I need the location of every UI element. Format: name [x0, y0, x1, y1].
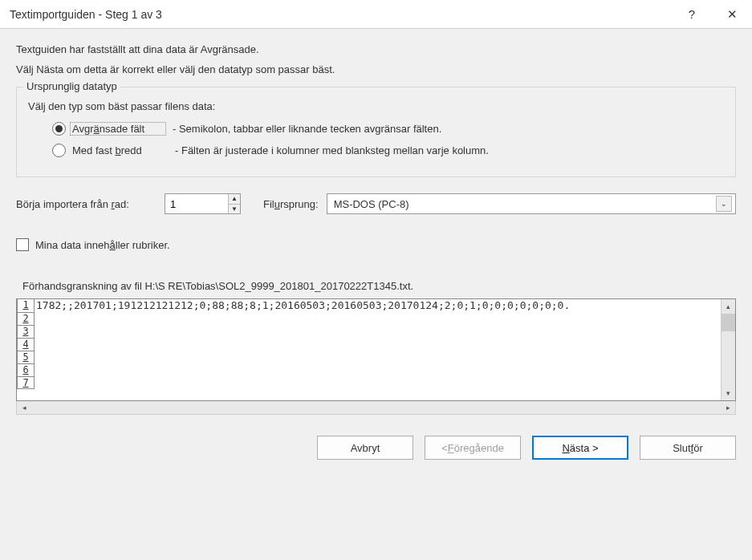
radio-fixed[interactable]: [52, 144, 66, 157]
start-row-spinner[interactable]: ▲ ▼: [165, 193, 241, 214]
spin-down-icon[interactable]: ▼: [229, 205, 240, 214]
vscroll-track[interactable]: [722, 314, 735, 386]
spin-up-icon[interactable]: ▲: [229, 194, 240, 205]
radio-fixed-row[interactable]: Med fast bredd - Fälten är justerade i k…: [52, 144, 724, 157]
preview-rownum: 5: [17, 351, 35, 363]
preview-data-line-1: 1782;;201701;191212121212;0;88;88;8;1;20…: [35, 299, 719, 312]
radio-delimited-row[interactable]: Avgränsade fält - Semikolon, tabbar elle…: [52, 122, 724, 136]
spinner-buttons: ▲ ▼: [228, 194, 240, 213]
finish-button[interactable]: Slutför: [640, 436, 736, 460]
help-button[interactable]: ?: [672, 0, 712, 28]
intro-text-1: Textguiden har fastställt att dina data …: [16, 43, 736, 55]
start-row-label: Börja importera från rad:: [16, 198, 156, 210]
close-button[interactable]: ✕: [712, 0, 752, 28]
radio-fixed-label: Med fast bredd: [72, 144, 169, 156]
scroll-left-icon[interactable]: ◂: [17, 400, 31, 414]
datatype-group: Ursprunglig datatyp Välj den typ som bäs…: [16, 87, 736, 177]
radio-delimited-label: Avgränsade fält: [70, 122, 166, 136]
scroll-down-icon[interactable]: ▾: [722, 386, 735, 400]
preview-label: Förhandsgranskning av fil H:\S RE\Tobias…: [22, 280, 736, 292]
headers-checkbox[interactable]: [16, 238, 29, 251]
preview-data: 1782;;201701;191212121212;0;88;88;8;1;20…: [35, 299, 719, 400]
file-origin-select[interactable]: MS-DOS (PC-8) ⌄: [327, 193, 736, 214]
titlebar-buttons: ? ✕: [672, 0, 752, 28]
radio-fixed-desc: - Fälten är justerade i kolumner med bla…: [175, 144, 489, 156]
scroll-right-icon[interactable]: ▸: [721, 400, 735, 414]
preview-rownum: 6: [17, 363, 35, 376]
preview-rownum: 4: [17, 338, 35, 351]
file-origin-value: MS-DOS (PC-8): [334, 198, 409, 210]
preview-rownum: 7: [17, 376, 35, 389]
window-title: Textimportguiden - Steg 1 av 3: [10, 8, 672, 21]
start-row-input[interactable]: [165, 194, 228, 213]
preview-row-numbers: 1 2 3 4 5 6 7: [17, 299, 35, 400]
dialog-buttons: Avbryt < Föregående Nästa > Slutför: [16, 436, 736, 460]
hscroll-track[interactable]: [31, 400, 721, 414]
dialog-content: Textguiden har fastställt att dina data …: [0, 29, 752, 473]
radio-delimited[interactable]: [52, 122, 66, 136]
intro-text-2: Välj Nästa om detta är korrekt eller väl…: [16, 63, 736, 75]
vscroll-thumb[interactable]: [722, 314, 735, 331]
radio-delimited-desc: - Semikolon, tabbar eller liknande tecke…: [173, 123, 441, 135]
preview-box: 1 2 3 4 5 6 7 1782;;201701;191212121212;…: [16, 298, 736, 401]
datatype-instruction: Välj den typ som bäst passar filens data…: [28, 100, 724, 112]
preview-rownum: 3: [17, 325, 35, 338]
headers-label: Mina data innehåller rubriker.: [35, 239, 170, 251]
headers-checkbox-row[interactable]: Mina data innehåller rubriker.: [16, 238, 736, 251]
scroll-up-icon[interactable]: ▴: [722, 299, 735, 314]
titlebar: Textimportguiden - Steg 1 av 3 ? ✕: [0, 0, 752, 29]
datatype-legend: Ursprunglig datatyp: [23, 80, 120, 92]
cancel-button[interactable]: Avbryt: [317, 436, 413, 460]
preview-rownum: 1: [17, 299, 35, 312]
chevron-down-icon[interactable]: ⌄: [716, 196, 732, 212]
import-start-row: Börja importera från rad: ▲ ▼ Filursprun…: [16, 193, 736, 214]
preview-rownum: 2: [17, 312, 35, 325]
back-button: < Föregående: [425, 436, 521, 460]
vertical-scrollbar[interactable]: ▴ ▾: [721, 299, 735, 400]
file-origin-label: Filursprung:: [263, 198, 319, 210]
horizontal-scrollbar[interactable]: ◂ ▸: [16, 400, 736, 415]
next-button[interactable]: Nästa >: [532, 436, 628, 460]
